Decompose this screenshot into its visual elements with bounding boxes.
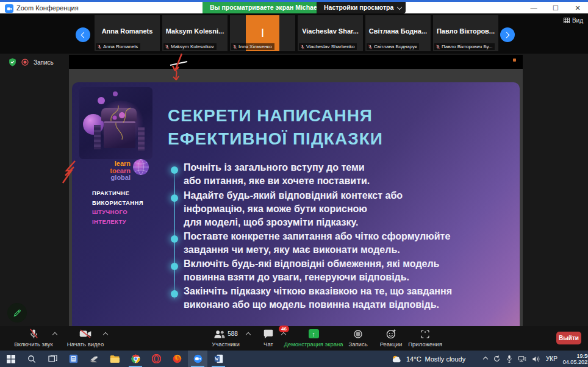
security-shield-icon[interactable] — [9, 58, 16, 66]
participants-count: 588 — [228, 330, 238, 337]
mic-muted-icon — [29, 329, 39, 339]
slide-title: СЕКРЕТИ НАПИСАННЯ ЕФЕКТИВНОЇ ПІДКАЗКИ — [168, 104, 383, 151]
apps-icon — [420, 329, 430, 339]
chevron-down-icon — [397, 5, 402, 10]
clock[interactable]: 19:50 04.05.2023 — [563, 353, 588, 365]
presentation-slide: learn toearn global ПРАКТИЧНЕ ВИКОРИСТАН… — [72, 82, 520, 326]
share-screen-button[interactable]: ↑ Демонстрация экрана — [282, 328, 345, 347]
annotation-pencil-button[interactable] — [7, 303, 27, 322]
mic-muted-icon — [300, 45, 305, 49]
volume-icon[interactable] — [532, 355, 540, 363]
search-button[interactable] — [22, 351, 41, 367]
view-settings-button[interactable]: Настройки просмотра — [317, 2, 406, 13]
close-button[interactable]: ✕ — [571, 2, 584, 13]
smiley-plus-icon — [386, 329, 396, 339]
windows-logo-icon — [7, 355, 15, 363]
shared-screen-top-bar — [69, 55, 523, 69]
language-indicator[interactable]: УКР — [546, 355, 558, 362]
bullet-dot — [171, 290, 178, 298]
start-button[interactable] — [1, 351, 21, 367]
learn-to-earn-logo: learn toearn global — [87, 160, 131, 182]
zoom-toolbar: Включить звук Начать видео 588 Участники… — [0, 326, 588, 351]
taskbar-chrome[interactable] — [126, 351, 145, 367]
bullet-item: Надайте будь-який відповідний контекст а… — [184, 189, 403, 229]
taskbar-firefox[interactable] — [167, 351, 187, 367]
grid-view-icon — [564, 18, 570, 23]
chat-button[interactable]: 46 Чат — [255, 328, 282, 347]
pencil-icon — [13, 308, 22, 318]
fax-printer-icon — [89, 355, 99, 363]
weather-condition: Mostly cloudy — [425, 355, 466, 363]
taskbar-zoom[interactable] — [188, 351, 207, 367]
scanner-app-icon — [69, 354, 78, 363]
task-view-button[interactable] — [43, 351, 62, 367]
weather-widget[interactable]: 14°C Mostly cloudy — [392, 351, 465, 367]
taskbar-word[interactable] — [209, 351, 228, 367]
firefox-icon — [173, 354, 182, 363]
meeting-content-area: Запись — [0, 54, 588, 326]
windows-taskbar: 14°C Mostly cloudy УКР 19:50 04.05.2023 … — [0, 351, 588, 367]
view-button[interactable]: Вид — [564, 17, 583, 24]
apps-button[interactable]: Приложения — [406, 328, 444, 347]
bullet-item: Почніть із загального вступу до темиабо … — [184, 161, 370, 188]
chevron-left-icon — [81, 32, 87, 38]
participant-tile[interactable]: Світлана Бодна... Світлана Боднарук — [365, 15, 431, 51]
mic-muted-icon — [232, 45, 237, 49]
bullet-item: Закінчіть підказку чіткою вказівкою на т… — [184, 285, 452, 312]
globe-icon — [132, 158, 150, 176]
participant-tile[interactable]: I Ілля Хільченко — [230, 15, 295, 51]
chevron-right-icon — [504, 32, 510, 38]
recording-label: Запись — [34, 59, 54, 66]
shared-screen: learn toearn global ПРАКТИЧНЕ ВИКОРИСТАН… — [69, 55, 523, 326]
weather-temp: 14°C — [406, 355, 421, 363]
opera-icon — [152, 354, 161, 363]
participants-icon — [213, 329, 226, 339]
next-participants-button[interactable] — [500, 27, 515, 42]
share-screen-icon: ↑ — [309, 329, 319, 338]
task-view-icon — [48, 355, 57, 363]
red-scribble-annotation — [60, 160, 79, 184]
participants-button[interactable]: 588 Участники — [203, 328, 249, 347]
sync-icon[interactable] — [493, 355, 501, 363]
mic-muted-icon — [368, 45, 373, 49]
taskbar-file-explorer[interactable] — [105, 351, 124, 367]
reactions-button[interactable]: Реакции — [376, 328, 406, 347]
start-video-button[interactable]: Начать видео — [62, 328, 109, 347]
window-title: Zoom Конференция — [16, 4, 79, 12]
title-bar: Zoom Конференция Вы просматриваете экран… — [0, 0, 588, 13]
leave-meeting-button[interactable]: Выйти — [556, 332, 581, 344]
participant-tile[interactable]: Anna Romanets Anna Romanets — [95, 15, 160, 51]
bullet-dot — [171, 166, 178, 174]
minimize-button[interactable]: — — [527, 2, 540, 13]
chrome-icon — [131, 354, 140, 363]
word-icon — [214, 354, 223, 363]
red-arrow-annotation — [165, 52, 192, 80]
maximize-button[interactable]: ☐ — [549, 2, 562, 13]
taskbar-app-fax[interactable] — [84, 351, 104, 367]
network-icon[interactable] — [518, 355, 526, 363]
previous-participants-button[interactable] — [76, 27, 90, 42]
treasure-chest-artwork — [79, 87, 152, 159]
taskbar-app-scanner[interactable] — [63, 351, 83, 367]
participant-tile[interactable]: Maksym Kolesni... Maksym Kolesnikov — [162, 15, 228, 51]
participant-tile[interactable]: Павло Вікторов... Павло Вікторович Бу... — [433, 15, 498, 51]
bullet-timeline — [174, 168, 175, 299]
record-button[interactable]: Запись — [345, 328, 371, 347]
course-subtitle: ПРАКТИЧНЕ ВИКОРИСТАННЯ ШТУЧНОГО ІНТЕЛЕКТ… — [92, 188, 143, 226]
video-muted-icon — [79, 329, 91, 338]
participant-tile[interactable]: Viacheslav Shar... Viacheslav Sharbenko — [298, 15, 363, 51]
participants-strip: Вид Anna Romanets Anna Romanets Maksym K… — [0, 13, 588, 54]
annotation-dot — [513, 59, 516, 62]
tray-mic-icon[interactable] — [506, 355, 512, 363]
unmute-button[interactable]: Включить звук — [6, 328, 61, 347]
zoom-taskbar-icon — [193, 354, 203, 363]
zoom-app-icon — [5, 4, 13, 13]
taskbar-opera[interactable] — [146, 351, 166, 367]
date: 04.05.2023 — [563, 359, 588, 365]
record-icon — [353, 329, 363, 339]
bullet-dot — [171, 194, 178, 202]
tray-expand-icon[interactable] — [483, 356, 488, 361]
bullet-item: Включіть будь-які відповідні обмеження, … — [184, 257, 439, 284]
weather-cloud-icon — [392, 355, 403, 363]
recording-active-icon[interactable] — [21, 59, 29, 66]
